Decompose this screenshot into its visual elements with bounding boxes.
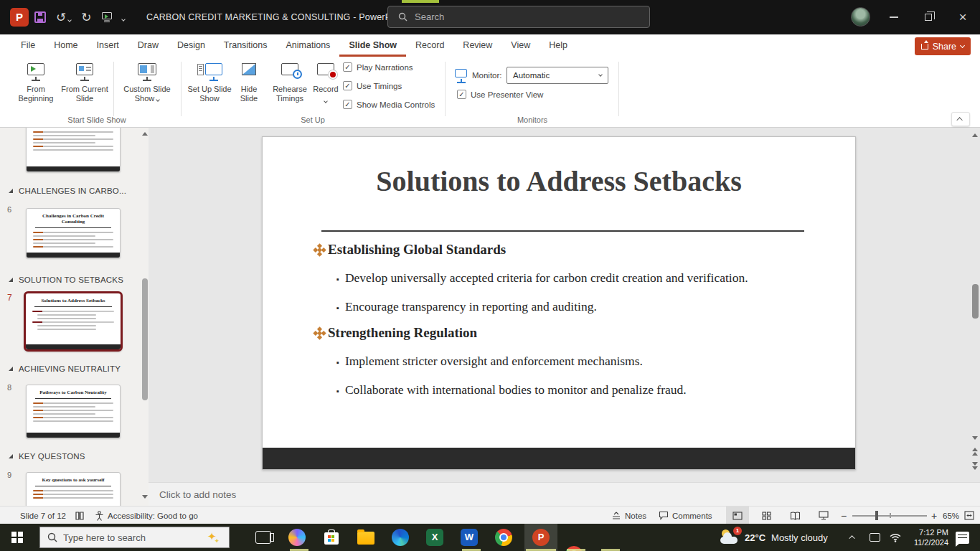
scroll-down-icon[interactable] (142, 495, 148, 499)
slide-bullet[interactable]: ▪ Collaborate with international bodies … (336, 382, 687, 397)
section-header-achieving[interactable]: ACHIEVING NEUTRALITY (9, 364, 121, 373)
tab-record[interactable]: Record (406, 34, 453, 57)
slide-title[interactable]: Solutions to Address Setbacks (263, 164, 855, 198)
from-beginning-button[interactable]: From Beginning (13, 62, 59, 103)
task-view-button[interactable] (255, 529, 273, 546)
start-button[interactable] (0, 524, 34, 551)
minimize-button[interactable] (878, 0, 910, 34)
zoom-in-button[interactable]: + (931, 507, 937, 524)
scroll-up-icon[interactable] (972, 133, 978, 137)
search-input[interactable] (415, 11, 616, 22)
slide-sorter-view-button[interactable] (755, 507, 778, 524)
tab-file[interactable]: File (11, 34, 44, 57)
section-header-challenges[interactable]: CHALLENGES IN CARBO... (9, 187, 126, 195)
tab-draw[interactable]: Draw (128, 34, 168, 57)
edge-icon[interactable] (392, 529, 409, 546)
set-up-slide-show-button[interactable]: Set Up Slide Show (185, 62, 234, 103)
hide-slide-button[interactable]: Hide Slide (232, 62, 265, 103)
slide-bullet[interactable]: ▪ Encourage transparency in reporting an… (336, 299, 597, 314)
restore-button[interactable] (913, 0, 944, 34)
slide-7-thumbnail-selected[interactable]: Solutions to Address Setbacks (24, 291, 123, 352)
square-bullet-icon: ▪ (336, 358, 339, 367)
show-hidden-icons-button[interactable] (851, 524, 855, 551)
customize-qat-icon[interactable] (122, 10, 125, 24)
record-button[interactable]: Record (310, 62, 341, 105)
tab-animations[interactable]: Animations (277, 34, 340, 57)
tab-slide-show[interactable]: Slide Show (339, 34, 406, 57)
search-icon (47, 532, 57, 542)
clock-widget[interactable]: 7:12 PM 11/2/2024 (910, 524, 948, 551)
slide-8-thumbnail[interactable]: Pathways to Carbon Neutrality (26, 385, 121, 438)
powerpoint-taskbar-icon[interactable]: P (532, 529, 550, 546)
slide-canvas[interactable]: Solutions to Address Setbacks Establishi… (262, 136, 856, 470)
slide-9-thumbnail[interactable]: Key questions to ask yourself (26, 472, 121, 506)
titlebar-search-box[interactable] (387, 6, 650, 28)
from-current-slide-button[interactable]: From Current Slide (60, 62, 109, 103)
redo-icon[interactable]: ↻ (81, 10, 91, 25)
accessibility-status[interactable]: Accessibility: Good to go (95, 507, 198, 524)
tab-review[interactable]: Review (453, 34, 501, 57)
normal-view-button[interactable] (726, 507, 749, 524)
tab-help[interactable]: Help (540, 34, 577, 57)
section-header-key-questions[interactable]: KEY QUESTONS (9, 452, 85, 461)
slide-5-thumbnail[interactable]: Marketing (26, 128, 121, 172)
fit-slide-button[interactable] (964, 507, 974, 524)
slide-show-view-button[interactable] (812, 507, 835, 524)
close-button[interactable]: × (947, 0, 979, 34)
chrome-icon[interactable] (495, 529, 512, 546)
file-explorer-icon[interactable] (357, 529, 374, 546)
zoom-level[interactable]: 65% (943, 507, 959, 524)
main-scrollbar-thumb[interactable] (972, 284, 979, 319)
tab-view[interactable]: View (501, 34, 540, 57)
excel-icon[interactable]: X (426, 529, 443, 546)
slide-heading-2[interactable]: Strengthening Regulation (316, 325, 477, 341)
save-icon[interactable] (34, 11, 46, 23)
notes-toggle[interactable]: Notes (611, 507, 646, 524)
spell-check-icon[interactable] (75, 507, 85, 524)
sidebar-scrollbar[interactable] (141, 128, 149, 506)
play-narrations-checkbox[interactable]: ✓ Play Narrations (343, 62, 413, 72)
microsoft-store-icon[interactable] (323, 529, 340, 546)
tab-transitions[interactable]: Transitions (215, 34, 277, 57)
sidebar-scrollbar-thumb[interactable] (142, 278, 148, 400)
slide-bullet[interactable]: ▪ Implement stricter oversight and enfor… (336, 354, 643, 369)
collapse-ribbon-button[interactable] (951, 112, 970, 126)
slide-6-thumbnail[interactable]: Challenges in Carbon Credit Consulting (26, 208, 121, 258)
wifi-icon[interactable] (890, 524, 901, 551)
tab-design[interactable]: Design (168, 34, 215, 57)
use-timings-checkbox[interactable]: ✓ Use Timings (343, 81, 402, 90)
show-media-controls-checkbox[interactable]: ✓ Show Media Controls (343, 100, 435, 109)
use-presenter-view-checkbox[interactable]: ✓ Use Presenter View (457, 90, 543, 99)
square-bullet-icon: ▪ (336, 275, 339, 283)
monitor-select[interactable]: Automatic (507, 67, 608, 84)
slide-bullet[interactable]: ▪ Develop universally accepted criteria … (336, 270, 748, 286)
word-icon[interactable]: W (461, 529, 478, 546)
reading-view-button[interactable] (783, 507, 806, 524)
slide-heading-1[interactable]: Establishing Global Standards (316, 242, 506, 258)
custom-slide-show-button[interactable]: Custom Slide Show (119, 62, 175, 103)
zoom-slider-thumb[interactable] (875, 511, 878, 520)
share-button[interactable]: Share (915, 37, 971, 55)
scroll-down-icon[interactable] (972, 436, 978, 440)
weather-widget[interactable]: 1 22°C Mostly cloudy (720, 524, 828, 551)
zoom-out-button[interactable]: − (841, 507, 847, 524)
previous-slide-button[interactable] (972, 448, 978, 456)
copilot-icon[interactable] (288, 529, 306, 546)
notes-pane[interactable]: Click to add notes (149, 482, 980, 506)
undo-icon[interactable]: ↺ (56, 10, 71, 25)
main-scrollbar[interactable] (970, 128, 980, 482)
taskbar-search-input[interactable] (63, 532, 185, 543)
user-avatar[interactable] (851, 7, 870, 27)
next-slide-button[interactable] (972, 462, 978, 470)
notes-placeholder[interactable]: Click to add notes (159, 489, 236, 500)
tab-home[interactable]: Home (44, 34, 87, 57)
taskbar-search-box[interactable]: ✦✦ (39, 527, 230, 548)
tablet-mode-icon[interactable] (870, 524, 880, 551)
start-slideshow-icon[interactable] (102, 12, 112, 19)
notification-center-button[interactable] (956, 524, 969, 551)
section-header-solution[interactable]: SOLUTION TO SETBACKS (9, 276, 123, 284)
rehearse-timings-button[interactable]: Rehearse Timings (268, 62, 311, 103)
tab-insert[interactable]: Insert (88, 34, 128, 57)
scroll-up-icon[interactable] (142, 132, 148, 136)
comments-toggle[interactable]: Comments (659, 507, 712, 524)
